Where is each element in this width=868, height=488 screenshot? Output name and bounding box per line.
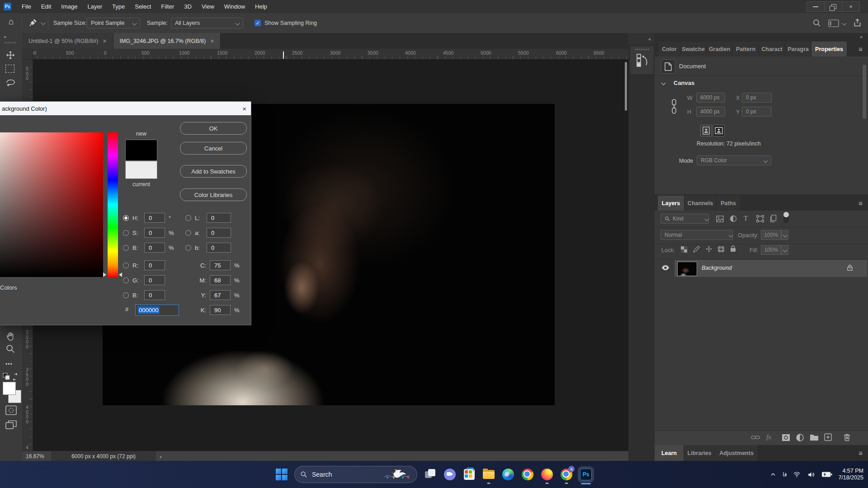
edit-toolbar-icon[interactable]: ••• (5, 361, 13, 367)
radio-hsb-b[interactable] (123, 245, 129, 251)
filter-adjustment-layers-icon[interactable] (730, 215, 737, 222)
screen-mode-icon[interactable] (5, 420, 17, 430)
filter-type-layers-icon[interactable]: T (744, 215, 748, 222)
field-input-cmyk-c[interactable]: 75 (210, 260, 231, 270)
filter-smart-objects-icon[interactable] (770, 215, 777, 222)
document-tab[interactable]: IMG_3246.JPG @ 16.7% (RGB/8)× (113, 33, 221, 49)
tab-paragra[interactable]: Paragra (785, 42, 811, 56)
link-dimensions-icon[interactable] (671, 99, 677, 115)
taskbar-app-chat[interactable] (443, 468, 456, 481)
layer-name[interactable]: Background (702, 265, 732, 271)
properties-scrollbar[interactable] (863, 65, 866, 119)
sampling-ring-checkbox[interactable]: ✓ (255, 20, 261, 26)
chevron-down-icon[interactable] (41, 21, 46, 25)
toolbar-grip[interactable] (5, 42, 17, 43)
layer-thumbnail[interactable] (677, 262, 697, 276)
menu-type[interactable]: Type (107, 0, 130, 13)
marquee-tool-icon[interactable] (5, 65, 14, 73)
menu-file[interactable]: File (17, 0, 36, 13)
tab-channels[interactable]: Channels (684, 196, 717, 211)
lock-artboard-icon[interactable] (717, 246, 725, 253)
tab-layers[interactable]: Layers (658, 196, 684, 211)
start-button[interactable] (276, 469, 288, 480)
portrait-orientation-button[interactable] (700, 125, 712, 136)
layer-row[interactable]: Background (655, 260, 868, 277)
ok-button[interactable]: OK (180, 122, 247, 135)
taskbar-app-taskview[interactable] (424, 468, 437, 481)
menu-edit[interactable]: Edit (36, 0, 56, 13)
layer-style-fx-icon[interactable]: fx (766, 433, 771, 441)
filter-pixel-layers-icon[interactable] (716, 216, 724, 222)
ruler-corner[interactable] (22, 49, 33, 60)
sample-dropdown[interactable]: All Layers (171, 18, 243, 28)
tab-paths[interactable]: Paths (717, 196, 741, 211)
saturation-brightness-field[interactable] (0, 132, 103, 277)
new-group-folder-icon[interactable] (810, 434, 819, 441)
width-field[interactable]: 6000 px (696, 93, 725, 103)
field-input-lab-b[interactable]: 0 (207, 243, 231, 253)
menu-3d[interactable]: 3D (179, 0, 197, 13)
hue-slider[interactable] (108, 132, 118, 277)
document-tab[interactable]: Untitled-1 @ 50% (RGB/8#)× (22, 33, 113, 49)
default-colors-icon[interactable] (3, 373, 19, 381)
landscape-orientation-button[interactable] (713, 125, 725, 136)
taskbar-app-edge[interactable] (502, 468, 514, 481)
cancel-button[interactable]: Cancel (180, 142, 247, 155)
tab-learn[interactable]: Learn (655, 445, 684, 461)
opacity-field[interactable]: 100% (761, 230, 781, 240)
field-input-cmyk-m[interactable]: 68 (210, 275, 231, 285)
status-chevron-icon[interactable]: › (160, 453, 161, 460)
layers-menu-icon[interactable]: ≡ (859, 199, 863, 207)
radio-rgb-g[interactable] (123, 277, 129, 283)
zoom-level-field[interactable]: 16.67% (26, 453, 49, 460)
battery-charging-icon[interactable] (821, 471, 832, 478)
height-field[interactable]: 4000 px (696, 107, 725, 117)
taskbar-clock[interactable]: 4:57 PM 7/18/2025 (838, 468, 863, 481)
radio-rgb-b[interactable] (123, 292, 129, 298)
field-input-rgb-b[interactable]: 0 (144, 290, 165, 300)
fill-chevron[interactable] (781, 245, 788, 255)
close-button[interactable]: × (842, 2, 859, 11)
field-input-rgb-r[interactable]: 0 (144, 260, 165, 270)
lasso-tool-icon[interactable] (5, 77, 16, 88)
taskbar-app-firefox[interactable] (541, 468, 553, 481)
filter-toggle[interactable] (783, 211, 789, 223)
field-input-hsb-b[interactable]: 0 (144, 243, 165, 253)
layer-visibility-eye-icon[interactable] (661, 265, 670, 271)
radio-lab-b[interactable] (185, 245, 191, 251)
chevron-down-icon[interactable] (842, 21, 847, 26)
tab-charact[interactable]: Charact (759, 42, 785, 56)
language-indicator[interactable]: فا (783, 471, 787, 478)
hue-slider-arrow-right[interactable] (119, 272, 122, 277)
minimize-button[interactable] (807, 2, 824, 11)
opacity-chevron[interactable] (781, 230, 788, 240)
new-layer-icon[interactable] (824, 433, 832, 441)
filter-shape-layers-icon[interactable] (756, 215, 764, 222)
lock-pixels-icon[interactable] (693, 246, 700, 253)
close-icon[interactable]: × (103, 38, 106, 45)
zoom-tool-icon[interactable] (5, 344, 15, 354)
field-input-lab-a[interactable]: 0 (207, 228, 231, 238)
blend-mode-dropdown[interactable]: Normal (660, 230, 733, 240)
dialog-title[interactable]: ackground Color) (0, 102, 251, 115)
add-to-swatches-button[interactable]: Add to Swatches (180, 165, 247, 178)
tab-color[interactable]: Color (659, 42, 680, 56)
x-field[interactable]: 0 px (742, 93, 772, 103)
radio-hsb-s[interactable] (123, 230, 129, 236)
tray-chevron-up-icon[interactable] (769, 471, 777, 478)
tab-properties[interactable]: Properties (811, 42, 847, 56)
lock-transparent-icon[interactable] (681, 246, 687, 253)
y-field[interactable]: 0 px (742, 107, 772, 117)
horizontal-ruler[interactable]: 0005000500100015002000250030003500400045… (22, 49, 628, 60)
tab-swatche[interactable]: Swatche (680, 42, 707, 56)
tab-libraries[interactable]: Libraries (684, 445, 715, 461)
bottom-menu-icon[interactable]: ≡ (859, 449, 863, 457)
restore-button[interactable] (824, 2, 842, 11)
hand-tool-icon[interactable] (5, 331, 15, 342)
radio-lab-l[interactable] (185, 215, 191, 221)
lock-all-icon[interactable] (730, 245, 736, 252)
menu-window[interactable]: Window (219, 0, 250, 13)
menu-view[interactable]: View (197, 0, 219, 13)
menu-filter[interactable]: Filter (156, 0, 179, 13)
radio-lab-a[interactable] (185, 230, 191, 236)
